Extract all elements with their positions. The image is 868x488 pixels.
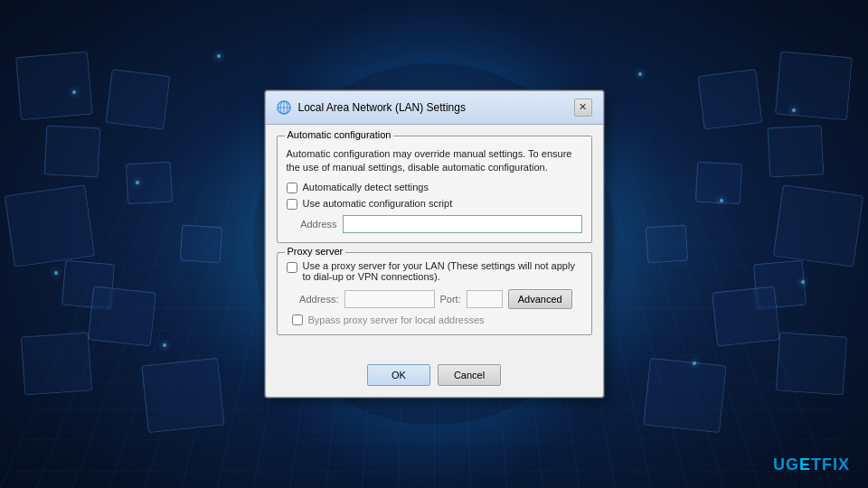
dialog-titlebar: Local Area Network (LAN) Settings ✕ [266,91,603,125]
port-input[interactable]: 80 [467,290,503,308]
proxy-address-label: Address: [292,294,339,305]
network-icon [277,100,291,115]
proxy-server-group: Proxy server Use a proxy server for your… [277,252,592,335]
auto-detect-label: Automatically detect settings [303,182,429,192]
watermark-logo: UGETFIX [773,455,850,474]
node [217,54,221,58]
auto-config-address-row: Address [287,215,582,233]
port-label: Port: [440,294,461,305]
ok-button[interactable]: OK [367,364,430,386]
node [72,90,76,94]
proxy-address-row: Address: Port: 80 Advanced [287,289,582,309]
node [54,271,58,275]
node [136,181,139,184]
proxy-server-label: Proxy server [285,246,346,257]
advanced-button[interactable]: Advanced [508,289,572,309]
dialog-overlay: Local Area Network (LAN) Settings ✕ Auto… [265,90,604,399]
dialog-footer: OK Cancel [266,355,603,397]
address-label: Address [292,219,337,230]
node [720,199,723,202]
node [693,361,696,365]
auto-config-address-input[interactable] [343,215,582,233]
dialog-title: Local Area Network (LAN) Settings [298,101,567,114]
auto-detect-row: Automatically detect settings [287,182,582,193]
node [163,343,166,347]
auto-detect-checkbox[interactable] [287,183,297,193]
auto-script-checkbox[interactable] [287,199,297,210]
lan-settings-dialog: Local Area Network (LAN) Settings ✕ Auto… [265,90,604,399]
auto-config-label: Automatic configuration [285,129,394,140]
proxy-enable-checkbox[interactable] [287,262,297,273]
auto-script-row: Use automatic configuration script [287,198,582,210]
proxy-enable-label: Use a proxy server for your LAN (These s… [303,260,582,282]
auto-config-group: Automatic configuration Automatic config… [277,136,592,244]
bypass-row: Bypass proxy server for local addresses [287,314,582,325]
auto-config-description: Automatic configuration may override man… [287,147,582,175]
proxy-enable-row: Use a proxy server for your LAN (These s… [287,260,582,282]
dialog-content: Automatic configuration Automatic config… [266,125,603,356]
auto-script-label: Use automatic configuration script [303,198,453,209]
node [638,72,642,76]
close-button[interactable]: ✕ [574,99,592,117]
bypass-checkbox[interactable] [292,314,303,325]
bypass-label: Bypass proxy server for local addresses [308,314,485,325]
cancel-button[interactable]: Cancel [438,364,501,386]
node [792,108,796,112]
proxy-address-input[interactable] [344,290,435,308]
node [801,280,805,284]
